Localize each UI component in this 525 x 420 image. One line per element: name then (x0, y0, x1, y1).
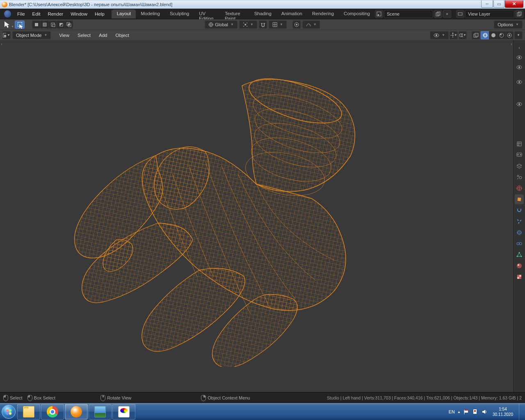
window-close-button[interactable]: ✕ (505, 0, 523, 8)
show-desktop-button[interactable] (519, 404, 523, 420)
properties-tab-world-icon[interactable] (515, 183, 524, 193)
tool-select-box-icon[interactable] (15, 21, 25, 29)
gizmo-toggle-icon[interactable]: ▼ (450, 31, 458, 39)
tray-time: 1:54 (493, 406, 513, 412)
properties-tab-output-icon[interactable] (515, 150, 524, 160)
status-stats: Studio | Left hand | Verts:311,703 | Fac… (327, 395, 522, 400)
svg-point-66 (520, 154, 521, 155)
scene-name-field[interactable]: Scene (384, 10, 433, 18)
editor-type-icon[interactable]: ▼ (2, 31, 11, 39)
viewport-menu-add[interactable]: Add (95, 31, 111, 39)
scene-delete-icon[interactable]: × (443, 10, 451, 18)
workspace-tab-uv-editing[interactable]: UV Editing (194, 9, 220, 18)
tool-select-tweak-icon[interactable]: ▼ (2, 21, 14, 29)
menu-render[interactable]: Render (44, 10, 67, 18)
properties-tab-scene-icon[interactable] (515, 172, 524, 182)
svg-point-63 (518, 145, 519, 146)
taskbar-chrome[interactable] (41, 404, 64, 420)
region-toggle-left-icon[interactable]: › (1, 41, 2, 46)
tray-action-center-icon[interactable] (472, 409, 479, 415)
taskbar-explorer[interactable] (17, 404, 40, 420)
blender-logo-icon[interactable] (4, 10, 11, 18)
svg-point-67 (517, 175, 519, 177)
outliner-collapse-icon[interactable]: ‹ (515, 43, 524, 52)
window-minimize-button[interactable]: ─ (481, 0, 493, 8)
mouse-middle-icon (100, 395, 105, 401)
3d-viewport[interactable]: › ‹ (0, 41, 513, 392)
proportional-falloff-dropdown[interactable]: ▼ (302, 21, 320, 29)
workspace-tab-compositing[interactable]: Compositing (339, 9, 375, 18)
transform-orientation-dropdown[interactable]: Global▼ (205, 21, 237, 29)
select-invert-icon[interactable] (57, 21, 65, 29)
svg-point-78 (517, 256, 518, 257)
scene-browse-icon[interactable] (375, 10, 383, 18)
properties-tab-mesh-icon[interactable] (515, 250, 524, 260)
menu-window[interactable]: Window (67, 10, 91, 18)
status-context-label: Object Context Menu (208, 395, 250, 400)
options-dropdown[interactable]: Options▼ (494, 21, 523, 29)
taskbar-paint[interactable] (112, 404, 135, 420)
outliner-visibility-icon-2[interactable] (515, 63, 524, 72)
svg-rect-89 (464, 410, 468, 411)
tray-volume-icon[interactable] (481, 409, 488, 415)
transform-orientation-label: Global (215, 22, 228, 27)
proportional-edit-toggle-icon[interactable] (292, 21, 301, 29)
properties-tab-physics-icon[interactable] (515, 228, 524, 237)
properties-tab-texture-icon[interactable] (515, 272, 524, 282)
shading-options-dropdown-icon[interactable]: ▼ (514, 31, 523, 39)
viewlayer-copy-icon[interactable] (515, 10, 523, 18)
shading-rendered-icon[interactable] (505, 31, 514, 39)
snap-toggle-icon[interactable] (259, 21, 267, 29)
workspace-tab-animation[interactable]: Animation (276, 9, 307, 18)
xray-toggle-icon[interactable] (472, 31, 480, 39)
viewlayer-name-field[interactable]: View Layer (465, 10, 514, 18)
taskbar-blender[interactable] (65, 404, 88, 420)
workspace-tab-texture-paint[interactable]: Texture Paint (220, 9, 249, 18)
start-button[interactable] (0, 404, 17, 420)
select-set-icon[interactable] (32, 21, 40, 29)
mode-dropdown[interactable]: Object Mode▼ (12, 31, 51, 39)
select-intersect-icon[interactable] (65, 21, 73, 29)
menu-edit[interactable]: Edit (29, 10, 44, 18)
shading-solid-icon[interactable] (489, 31, 497, 39)
outliner-visibility-icon[interactable] (515, 53, 524, 62)
workspace-tab-shading[interactable]: Shading (249, 9, 276, 18)
workspace-tab-rendering[interactable]: Rendering (307, 9, 339, 18)
snap-element-dropdown[interactable]: ▼ (269, 21, 287, 29)
workspace-tab-layout[interactable]: Layout (112, 9, 136, 18)
outliner-visibility-icon-4[interactable] (515, 100, 524, 109)
properties-tab-viewlayer-icon[interactable] (515, 161, 524, 171)
menu-file[interactable]: File (14, 10, 29, 18)
properties-tab-material-icon[interactable] (515, 261, 524, 271)
tray-show-hidden-icon[interactable]: ▲ (457, 410, 461, 414)
workspace-tab-sculpting[interactable]: Sculpting (165, 9, 194, 18)
viewport-menu-select[interactable]: Select (73, 31, 95, 39)
viewport-menu-object[interactable]: Object (111, 31, 133, 39)
properties-tab-constraints-icon[interactable] (515, 239, 524, 249)
taskbar-photos[interactable] (89, 404, 112, 420)
window-maximize-button[interactable]: ▭ (493, 0, 504, 8)
tray-language[interactable]: EN (449, 409, 455, 414)
tray-flag-icon[interactable] (463, 409, 470, 415)
viewport-menu-view[interactable]: View (55, 31, 73, 39)
svg-rect-92 (474, 410, 476, 412)
menu-help[interactable]: Help (91, 10, 108, 18)
properties-tab-modifiers-icon[interactable] (515, 205, 524, 215)
overlays-toggle-icon[interactable]: ▼ (459, 31, 467, 39)
select-subtract-icon[interactable] (48, 21, 57, 29)
select-extend-icon[interactable] (40, 21, 48, 29)
view-object-types-dropdown[interactable]: ▼ (430, 31, 449, 39)
svg-marker-93 (482, 410, 485, 414)
properties-tab-object-icon[interactable] (515, 194, 524, 204)
properties-tab-particles-icon[interactable] (515, 217, 524, 226)
scene-copy-icon[interactable] (434, 10, 442, 18)
shading-matprev-icon[interactable] (497, 31, 505, 39)
pivot-point-dropdown[interactable]: ▼ (239, 21, 257, 29)
workspace-tab-modeling[interactable]: Modeling (136, 9, 165, 18)
shading-wireframe-icon[interactable] (481, 31, 489, 39)
tray-clock[interactable]: 1:54 30.11.2020 (490, 406, 516, 417)
properties-tab-render-icon[interactable] (515, 139, 524, 149)
viewlayer-browse-icon[interactable] (456, 10, 464, 18)
outliner-visibility-icon-3[interactable] (515, 78, 524, 87)
region-toggle-right-icon[interactable]: ‹ (511, 41, 512, 46)
